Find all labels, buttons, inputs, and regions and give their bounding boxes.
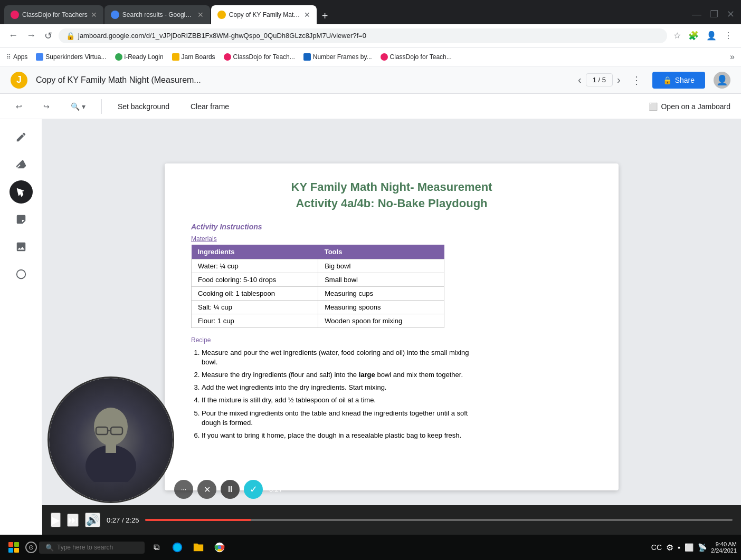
- slide-navigation: ‹ 1 / 5 ›: [578, 73, 621, 86]
- activity-instructions-label: Activity Instructions: [191, 223, 592, 231]
- tab-close-3[interactable]: ✕: [304, 11, 310, 19]
- volume-button[interactable]: 🔊: [85, 513, 100, 527]
- main-area: KY Family Math Night- Measurement Activi…: [0, 119, 741, 535]
- frame-title: KY Family Math Night- Measurement Activi…: [191, 179, 592, 212]
- extension-icon[interactable]: 🧩: [686, 28, 701, 43]
- select-tool[interactable]: [10, 180, 33, 204]
- new-tab-button[interactable]: +: [318, 8, 332, 24]
- time-display: 0:27 / 2:25: [107, 516, 139, 524]
- video-person: [49, 378, 173, 501]
- pen-tool[interactable]: [10, 125, 33, 149]
- play-button[interactable]: ▶: [51, 513, 61, 527]
- tab-close-2[interactable]: ✕: [197, 11, 204, 19]
- undo-button[interactable]: ↩: [11, 99, 27, 114]
- browser-window: ClassDojo for Teachers ✕ Search results …: [0, 0, 741, 560]
- user-avatar: 👤: [714, 72, 730, 89]
- bookmark-apps[interactable]: ⠿ Apps: [6, 53, 27, 61]
- back-button[interactable]: ←: [6, 28, 20, 43]
- settings-icon[interactable]: ⚙: [666, 543, 673, 553]
- cortana-icon[interactable]: ⊙: [25, 542, 37, 553]
- bookmark-classdojo2[interactable]: ClassDojo for Teach...: [381, 53, 452, 61]
- video-overlay: [48, 376, 174, 503]
- bookmark-classdojo1[interactable]: ClassDojo for Teach...: [224, 53, 295, 61]
- lock-icon: 🔒: [66, 32, 75, 40]
- table-cell: Small bowl: [318, 273, 444, 286]
- browser-toolbar-icons: ☆ 🧩 👤 ⋮: [671, 28, 735, 43]
- taskbar-right-area: CC ⚙ ▪ ⬜ 📡 9:40 AM 2/24/2021: [651, 541, 737, 554]
- url-bar[interactable]: 🔒 jamboard.google.com/d/1_vJPjDoRIZBB1Fx…: [59, 28, 667, 43]
- fullscreen-icon[interactable]: ⬜: [685, 543, 694, 552]
- video-controls-bar: ▶ ⏭ 🔊 0:27 / 2:25: [42, 505, 741, 535]
- jam-edit-bar: ↩ ↪ 🔍 ▾ Set background Clear frame ⬜ Ope…: [0, 94, 741, 119]
- bookmark-jamboards[interactable]: Jam Boards: [172, 53, 215, 61]
- pip-icon[interactable]: ▪: [678, 543, 680, 552]
- bookmark-superkinders[interactable]: Superkinders Virtua...: [36, 53, 106, 61]
- jam-frame[interactable]: KY Family Math Night- Measurement Activi…: [165, 163, 619, 490]
- table-cell: Wooden spoon for mixing: [318, 314, 444, 327]
- taskbar-edge-icon[interactable]: [168, 538, 187, 557]
- table-cell: Water: ¼ cup: [192, 259, 318, 273]
- skip-button[interactable]: ⏭: [67, 514, 79, 527]
- share-button[interactable]: 🔒 Share: [652, 72, 705, 89]
- restore-button[interactable]: ❐: [708, 6, 720, 22]
- windows-start-button[interactable]: [4, 538, 23, 557]
- clear-frame-button[interactable]: Clear frame: [185, 99, 234, 114]
- bookmark-icon[interactable]: ☆: [671, 28, 683, 43]
- table-header-tools: Tools: [318, 245, 444, 259]
- shapes-tool[interactable]: [10, 263, 33, 286]
- tab-close-1[interactable]: ✕: [91, 11, 97, 19]
- float-time-display: 0:27: [269, 486, 282, 494]
- tab-jamboard[interactable]: Copy of KY Family Math Nig... ✕: [211, 5, 317, 24]
- menu-dots-icon[interactable]: ⋮: [722, 28, 735, 43]
- address-bar: ← → ↺ 🔒 jamboard.google.com/d/1_vJPjDoRI…: [0, 24, 741, 47]
- bookmark-iready[interactable]: i-Ready Login: [115, 53, 164, 61]
- more-bookmarks-icon[interactable]: »: [730, 52, 735, 62]
- canvas-area: KY Family Math Night- Measurement Activi…: [42, 119, 741, 535]
- zoom-button[interactable]: 🔍 ▾: [65, 99, 91, 114]
- taskbar-chrome-icon[interactable]: [210, 538, 229, 557]
- recipe-step: If the mixture is still dry, add ½ table…: [202, 395, 476, 405]
- float-pause-button[interactable]: ⏸: [221, 480, 240, 499]
- cast-icon[interactable]: 📡: [698, 543, 707, 552]
- lock-share-icon: 🔒: [663, 76, 672, 84]
- table-cell: Big bowl: [318, 259, 444, 273]
- minimize-button[interactable]: —: [690, 6, 704, 22]
- float-check-button[interactable]: ✓: [244, 480, 263, 499]
- table-header-ingredients: Ingredients: [192, 245, 318, 259]
- person-silhouette-icon: [69, 398, 153, 482]
- reload-button[interactable]: ↺: [42, 28, 54, 44]
- jamboard-logo: J: [11, 72, 27, 89]
- materials-label: Materials: [191, 235, 592, 243]
- eraser-tool[interactable]: [10, 153, 33, 176]
- recipe-step: Measure and pour the wet ingredients (wa…: [202, 348, 476, 367]
- profile-icon[interactable]: 👤: [704, 28, 719, 43]
- float-controls: ··· ✕ ⏸ ✓ 0:27: [174, 480, 282, 499]
- bookmark-numberframes[interactable]: Number Frames by...: [303, 53, 372, 61]
- progress-bar[interactable]: [145, 519, 733, 521]
- close-window-button[interactable]: ✕: [725, 6, 737, 22]
- float-close-button[interactable]: ✕: [197, 480, 216, 499]
- open-jamboard-button[interactable]: ⬜ Open on a Jamboard: [649, 102, 730, 111]
- taskbar-search[interactable]: 🔍: [39, 542, 145, 554]
- closed-captions-icon[interactable]: CC: [651, 543, 662, 552]
- slide-counter: 1 / 5: [586, 73, 613, 86]
- image-tool[interactable]: [10, 235, 33, 258]
- sticky-note-tool[interactable]: [10, 208, 33, 231]
- recipe-step: Add the wet ingredients into the dry ing…: [202, 383, 476, 392]
- recipe-list: Measure and pour the wet ingredients (wa…: [202, 348, 592, 441]
- jamboard-menu-button[interactable]: ⋮: [629, 72, 644, 89]
- svg-point-9: [218, 546, 221, 549]
- float-more-button[interactable]: ···: [174, 480, 193, 499]
- redo-button[interactable]: ↪: [38, 99, 55, 114]
- tab-drive[interactable]: Search results - Google Drive ✕: [104, 5, 210, 24]
- taskbar-fileexplorer-icon[interactable]: [189, 538, 208, 557]
- tab-classdojo[interactable]: ClassDojo for Teachers ✕: [4, 5, 103, 24]
- taskbar-search-input[interactable]: [57, 544, 131, 551]
- next-slide-button[interactable]: ›: [617, 74, 621, 86]
- table-cell: Salt: ¼ cup: [192, 300, 318, 314]
- taskbar-task-view[interactable]: ⧉: [147, 538, 166, 557]
- recipe-step: Pour the mixed ingredients onto the tabl…: [202, 409, 476, 428]
- set-background-button[interactable]: Set background: [112, 99, 175, 114]
- forward-button[interactable]: →: [24, 28, 38, 43]
- prev-slide-button[interactable]: ‹: [578, 74, 582, 86]
